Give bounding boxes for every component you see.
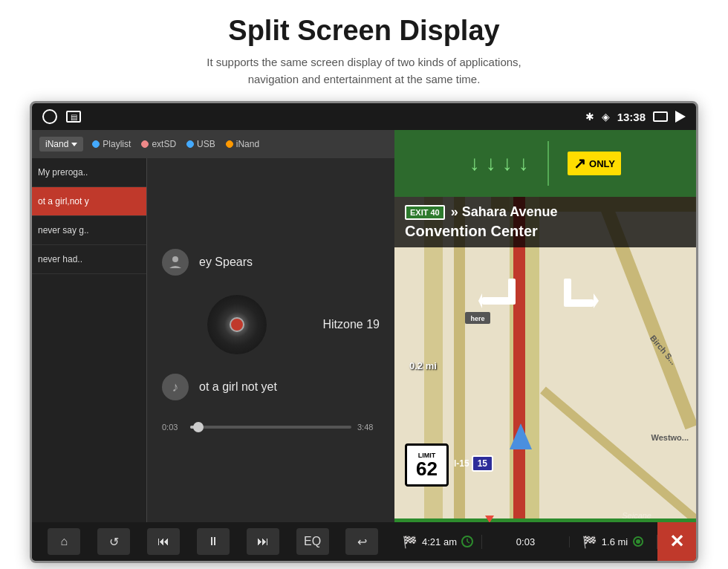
music-note-icon: ♪ [162,374,189,400]
playlist-sidebar: My preroga.. ot a girl,not y never say g… [32,158,147,522]
play-pause-button[interactable]: ⏸ [197,528,230,555]
eq-button[interactable]: EQ [296,528,329,555]
vinyl-center [230,317,244,332]
hw-arrow-1: ↓ [469,152,480,175]
playlist-item-1[interactable]: My preroga.. [32,158,146,187]
home-icon: ⌂ [61,535,68,548]
only-arrow-icon: ↗ [573,155,586,172]
source-extsd-label: extSD [152,139,176,149]
only-label: ONLY [589,158,615,169]
nav-close-button[interactable]: ✕ [657,522,696,561]
prev-icon: ⏮ [157,535,169,548]
source-label: iNand [45,139,68,149]
status-bar: ▤ ✱ ◈ 13:38 [32,103,696,130]
playlist-item-4[interactable]: never had.. [32,245,146,274]
track-row: ♪ ot a girl not yet [162,374,380,400]
radio-playlist-icon [92,140,100,148]
source-bar: iNand Playlist extSD [32,130,394,158]
nav-exit: EXIT 40 » Sahara Avenue [405,204,686,220]
street-line2: Convention Center [405,223,686,240]
street-line1: » Sahara Avenue [451,204,558,220]
hw-arrow-2: ↓ [486,152,496,175]
prev-button[interactable]: ⏮ [147,528,180,555]
source-option-playlist[interactable]: Playlist [92,139,131,149]
chevron-down-icon [71,143,77,146]
playlist-item-2[interactable]: ot a girl,not y [32,187,146,216]
device-frame: ▤ ✱ ◈ 13:38 iNand [30,101,698,563]
svg-marker-16 [594,293,599,308]
svg-rect-13 [508,279,516,305]
source-playlist-label: Playlist [103,139,131,149]
svg-rect-15 [564,299,594,307]
radio-usb-icon [186,140,194,148]
speed-number: 62 [416,459,438,478]
hw-arrow-4: ↓ [519,152,529,175]
repeat-icon: ↺ [109,535,119,549]
next-button[interactable]: ⏭ [247,528,279,555]
distance-value: 0.2 mi [409,360,437,371]
svg-marker-12 [478,293,482,308]
eq-label: EQ [304,535,321,548]
i15-badge: 15 [472,455,493,472]
navigation-panel: here ↓ ↓ ↓ ↓ ↗ ONLY [394,130,696,561]
source-usb-label: USB [197,139,215,149]
circle-icon [42,109,57,124]
gps-arrow [510,423,532,449]
distance-indicator: 0.2 mi [409,360,437,371]
source-options: Playlist extSD USB iNand [92,139,259,149]
back-icon: ↩ [357,535,367,549]
location-icon: ◈ [602,111,610,123]
page-title: Split Screen Display [30,15,698,47]
flag-start-icon: 🏁 [403,535,417,549]
svg-rect-11 [482,297,512,305]
artist-name: ey Spears [199,256,253,269]
page-subtitle: It supports the same screen display of t… [30,54,698,88]
nav-stat-distance: 🏁 1.6 mi [570,535,657,549]
nav-info-bar: EXIT 40 » Sahara Avenue Convention Cente… [394,197,696,247]
home-button[interactable]: ⌂ [48,528,80,555]
next-icon: ⏭ [257,535,269,548]
image-icon: ▤ [66,111,81,123]
duration-value: 0:03 [516,536,535,547]
back-button[interactable]: ↩ [345,528,378,555]
source-option-extsd[interactable]: extSD [141,139,176,149]
split-screen: iNand Playlist extSD [32,130,696,561]
highway-sign: ↓ ↓ ↓ ↓ ↗ ONLY [394,130,696,197]
highway-arrows: ↓ ↓ ↓ ↓ [469,152,529,175]
maneuver-icon-right [553,271,612,331]
time-total: 3:48 [357,423,380,432]
control-bar: ⌂ ↺ ⏮ ⏸ ⏭ EQ [32,522,394,561]
music-player-panel: iNand Playlist extSD [32,130,394,561]
maneuver-area [394,264,696,338]
playlist-item-3[interactable]: never say g.. [32,216,146,245]
artist-row: ey Spears [162,249,380,276]
i15-label: I-15 [454,458,469,469]
track-info: ey Spears Hitzone 19 [155,249,387,400]
window-icon [653,111,668,122]
remaining-distance: 1.6 mi [602,536,628,547]
svg-point-0 [172,256,178,262]
progress-bar[interactable] [190,426,351,429]
back-icon [675,111,686,123]
hw-arrow-3: ↓ [502,152,513,175]
artist-icon [162,249,189,276]
clock-icon [461,536,473,547]
flag-end-icon: 🏁 [582,535,597,549]
player-body: My preroga.. ot a girl,not y never say g… [32,158,394,522]
repeat-button[interactable]: ↺ [97,528,130,555]
source-selector[interactable]: iNand [39,137,83,152]
track-name: ot a girl not yet [199,380,277,394]
source-option-usb[interactable]: USB [186,139,215,149]
source-option-inand[interactable]: iNand [226,139,259,149]
eta-time: 4:21 am [422,536,457,547]
nav-bottom-bar: 🏁 4:21 am 0:03 🏁 [394,522,696,561]
album-row: Hitzone 19 [162,287,380,362]
progress-thumb[interactable] [193,422,204,432]
album-name: Hitzone 19 [323,318,380,331]
time-current: 0:03 [162,423,184,432]
svg-line-19 [467,542,469,543]
maneuver-icon-left [478,271,538,331]
source-inand-label: iNand [236,139,259,149]
map-background: here ↓ ↓ ↓ ↓ ↗ ONLY [394,130,696,561]
nav-stat-duration: 0:03 [482,536,570,547]
